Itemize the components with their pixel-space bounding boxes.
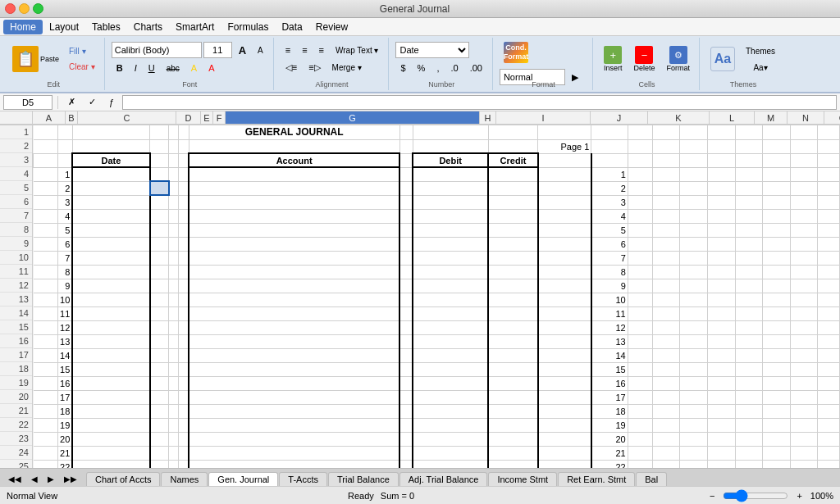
cell-r13-c14[interactable] [680, 293, 708, 306]
cell-r25-c18[interactable] [790, 460, 818, 468]
cell-r14-c2[interactable] [72, 306, 149, 320]
cell-r22-c5[interactable] [179, 418, 189, 432]
cell-r5-c14[interactable] [680, 181, 708, 195]
cell-r9-c4[interactable] [169, 237, 179, 251]
cell-r24-c19[interactable] [818, 446, 840, 460]
cell-r4-c12[interactable] [628, 167, 652, 181]
formula-insert-button[interactable]: ƒ [104, 96, 119, 109]
cell-r7-c17[interactable] [763, 209, 791, 223]
cell-r2-c0[interactable] [34, 139, 58, 153]
cell-r9-c3[interactable] [150, 237, 169, 251]
row-num-23[interactable]: 23 [0, 432, 32, 446]
cell-r24-c16[interactable] [735, 446, 763, 460]
cell-r21-c13[interactable] [652, 404, 680, 418]
cell-r17-c18[interactable] [790, 348, 818, 362]
menu-data[interactable]: Data [275, 20, 308, 34]
cell-r6-c0[interactable] [34, 195, 58, 209]
cell-r8-c15[interactable] [707, 223, 735, 237]
cell-r23-c12[interactable] [628, 432, 652, 446]
cell-r19-c18[interactable] [790, 376, 818, 390]
cell-r23-c15[interactable] [707, 432, 735, 446]
cell-r13-c9[interactable] [488, 293, 538, 306]
cell-r16-c17[interactable] [763, 334, 791, 348]
cell-r23-c6[interactable] [189, 432, 399, 446]
cell-r12-c3[interactable] [150, 279, 169, 293]
cell-r19-c16[interactable] [735, 376, 763, 390]
cell-r23-c0[interactable] [34, 432, 58, 446]
cell-r1-c10[interactable] [538, 125, 591, 139]
cell-r4-c7[interactable] [399, 167, 413, 181]
cell-r10-c0[interactable] [34, 251, 58, 265]
cell-r7-c3[interactable] [150, 209, 169, 223]
formula-input[interactable] [122, 95, 837, 110]
cell-r11-c3[interactable] [150, 265, 169, 279]
cell-r1-c11[interactable] [591, 125, 628, 139]
cell-r13-c16[interactable] [735, 293, 763, 306]
cell-r6-c15[interactable] [707, 195, 735, 209]
cell-r17-c0[interactable] [34, 348, 58, 362]
themes-button[interactable]: Themes [741, 43, 780, 58]
cell-r13-c18[interactable] [790, 293, 818, 306]
underline-button[interactable]: U [144, 61, 160, 75]
cell-r11-c19[interactable] [818, 265, 840, 279]
cell-r5-c0[interactable] [34, 181, 58, 195]
decimal-decrease-button[interactable]: .00 [465, 61, 487, 75]
cell-r19-c19[interactable] [818, 376, 840, 390]
cell-r12-c7[interactable] [399, 279, 413, 293]
cell-r14-c8[interactable] [413, 306, 488, 320]
cell-r19-c0[interactable] [34, 376, 58, 390]
cell-r24-c18[interactable] [790, 446, 818, 460]
cell-r13-c17[interactable] [763, 293, 791, 306]
cell-r25-c4[interactable] [169, 460, 179, 468]
font-name-input[interactable] [112, 42, 202, 58]
cell-r23-c7[interactable] [399, 432, 413, 446]
cell-r24-c8[interactable] [413, 446, 488, 460]
cell-r18-c4[interactable] [169, 362, 179, 376]
cell-r6-c12[interactable] [628, 195, 652, 209]
cell-r4-c13[interactable] [652, 167, 680, 181]
cell-r15-c10[interactable] [538, 320, 591, 334]
cell-r10-c17[interactable] [763, 251, 791, 265]
decimal-increase-button[interactable]: .0 [445, 61, 463, 75]
cell-r12-c15[interactable] [707, 279, 735, 293]
cell-r21-c14[interactable] [680, 404, 708, 418]
cell-r7-c0[interactable] [34, 209, 58, 223]
cell-r9-c12[interactable] [628, 237, 652, 251]
cell-r1-c16[interactable] [735, 125, 763, 139]
cell-r10-c8[interactable] [413, 251, 488, 265]
cell-r12-c4[interactable] [169, 279, 179, 293]
cell-r10-c14[interactable] [680, 251, 708, 265]
cell-r24-c9[interactable] [488, 446, 538, 460]
cell-r17-c17[interactable] [763, 348, 791, 362]
cell-r5-c18[interactable] [790, 181, 818, 195]
cell-r5-c19[interactable] [818, 181, 840, 195]
col-header-d[interactable]: D [176, 111, 201, 125]
cell-r18-c3[interactable] [150, 362, 169, 376]
cell-r10-c3[interactable] [150, 251, 169, 265]
cell-r2-c11[interactable] [591, 139, 628, 153]
cell-r17-c16[interactable] [735, 348, 763, 362]
cell-r7-c14[interactable] [680, 209, 708, 223]
cell-r3-c16[interactable] [735, 153, 763, 167]
cell-r14-c17[interactable] [763, 306, 791, 320]
cell-r25-c13[interactable] [652, 460, 680, 468]
cell-r17-c13[interactable] [652, 348, 680, 362]
cell-r14-c19[interactable] [818, 306, 840, 320]
cell-r2-c14[interactable] [680, 139, 708, 153]
cell-r9-c17[interactable] [763, 237, 791, 251]
cell-r22-c17[interactable] [763, 418, 791, 432]
cell-r17-c6[interactable] [189, 348, 399, 362]
cell-r25-c5[interactable] [179, 460, 189, 468]
themes-aa-button[interactable]: Aa [706, 44, 739, 74]
cell-r13-c3[interactable] [150, 293, 169, 306]
cell-r6-c14[interactable] [680, 195, 708, 209]
minimize-button[interactable] [19, 3, 30, 14]
cell-r7-c18[interactable] [790, 209, 818, 223]
cell-r6-c16[interactable] [735, 195, 763, 209]
cell-r7-c5[interactable] [179, 209, 189, 223]
cell-r5-c9[interactable] [488, 181, 538, 195]
cell-r13-c2[interactable] [72, 293, 149, 306]
highlight-button[interactable]: A [186, 61, 202, 75]
cell-r1-c14[interactable] [680, 125, 708, 139]
cell-r7-c15[interactable] [707, 209, 735, 223]
